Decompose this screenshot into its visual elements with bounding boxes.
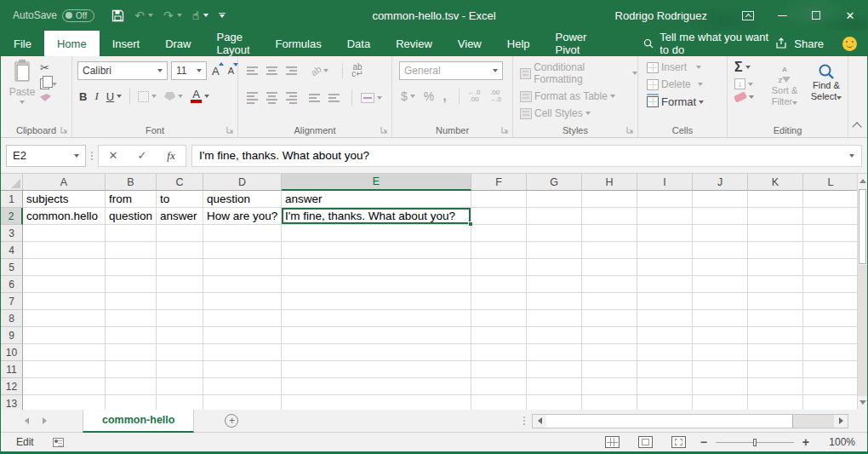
vertical-scrollbar-thumb[interactable] [859,189,866,264]
minimize-button[interactable] [765,0,799,31]
borders-button[interactable] [138,91,157,102]
column-header-G[interactable]: G [527,174,582,191]
redo-icon[interactable]: ↷ [160,4,186,26]
cell-C10[interactable] [157,344,203,361]
scroll-left-icon[interactable] [533,415,546,428]
cell-F11[interactable] [471,361,527,378]
cell-L13[interactable] [803,395,859,410]
cell-H4[interactable] [582,242,637,259]
paste-button[interactable]: Paste [8,61,37,121]
cell-I12[interactable] [637,378,693,395]
cell-L6[interactable] [803,276,859,293]
cell-E10[interactable] [282,344,471,361]
collapse-ribbon-icon[interactable] [852,122,861,131]
cell-B11[interactable] [106,361,157,378]
cell-C2[interactable]: answer [157,208,203,225]
cell-K10[interactable] [748,344,803,361]
cell-H1[interactable] [582,191,637,208]
cell-L9[interactable] [803,327,859,344]
cell-K4[interactable] [748,242,803,259]
tab-file[interactable]: File [1,31,44,56]
cell-J12[interactable] [693,378,748,395]
align-center-icon[interactable] [266,92,277,104]
feedback-smiley-icon[interactable] [842,37,857,51]
vertical-scrollbar[interactable] [857,174,867,410]
cell-D1[interactable]: question [203,191,282,208]
scroll-right-icon[interactable] [834,415,848,428]
cell-L12[interactable] [803,378,859,395]
cell-C9[interactable] [157,327,203,344]
number-format-combo[interactable]: General [399,61,503,80]
middle-align-icon[interactable] [266,66,277,75]
cell-B7[interactable] [106,293,157,310]
cell-E11[interactable] [282,361,471,378]
cell-K2[interactable] [748,208,803,225]
cell-E7[interactable] [282,293,471,310]
cell-J1[interactable] [693,191,748,208]
cell-G2[interactable] [527,208,582,225]
column-header-K[interactable]: K [748,174,803,191]
cell-F5[interactable] [471,259,527,276]
previous-sheet-icon[interactable] [25,417,29,424]
merge-center-button[interactable] [361,93,382,103]
cell-B2[interactable]: question [106,208,157,225]
cell-I5[interactable] [637,259,693,276]
cell-F12[interactable] [471,378,527,395]
cell-H3[interactable] [582,225,637,242]
increase-indent-icon[interactable] [328,94,340,102]
tab-review[interactable]: Review [383,31,445,56]
cell-A3[interactable] [23,225,106,242]
cell-D11[interactable] [203,361,282,378]
cell-F1[interactable] [471,191,527,208]
row-header-6[interactable]: 6 [1,276,23,293]
tab-home[interactable]: Home [44,31,100,56]
autosave-control[interactable]: AutoSave Off [13,9,94,22]
tell-me-box[interactable]: Tell me what you want to do [643,31,775,56]
cell-H13[interactable] [582,395,637,410]
copy-button[interactable] [40,78,57,89]
sort-filter-button[interactable]: AZ Sort & Filter [765,63,804,107]
touch-mouse-mode-icon[interactable]: ☝ [189,4,213,26]
cell-I6[interactable] [637,276,693,293]
cell-C6[interactable] [157,276,203,293]
italic-button[interactable]: I [94,89,98,103]
cell-D13[interactable] [203,395,282,410]
decrease-indent-icon[interactable] [309,94,320,102]
cell-G11[interactable] [527,361,582,378]
zoom-slider-thumb[interactable] [753,439,757,446]
sheetbar-divider[interactable] [523,417,525,425]
format-as-table-button[interactable]: Format as Table [520,90,637,102]
cell-E1[interactable]: answer [282,191,471,208]
cell-F7[interactable] [471,293,527,310]
font-color-button[interactable]: A [191,89,209,103]
cell-B6[interactable] [106,276,157,293]
insert-cells-button[interactable]: Insert [647,61,704,73]
tab-help[interactable]: Help [494,31,543,56]
cell-D5[interactable] [203,259,282,276]
increase-decimal-button[interactable]: ←.0.00 [468,89,481,103]
row-header-12[interactable]: 12 [1,378,23,395]
cell-E12[interactable] [282,378,471,395]
cell-A8[interactable] [23,310,106,327]
styles-dialog-launcher-icon[interactable] [626,126,634,134]
cell-G6[interactable] [527,276,582,293]
cell-I4[interactable] [637,242,693,259]
cell-J8[interactable] [693,310,748,327]
cell-J10[interactable] [693,344,748,361]
cell-C11[interactable] [157,361,203,378]
wrap-text-icon[interactable]: abc↵ [351,64,363,78]
cell-D4[interactable] [203,242,282,259]
cell-F13[interactable] [471,395,527,410]
ribbon-display-options-icon[interactable] [731,0,765,31]
cell-G5[interactable] [527,259,582,276]
column-header-J[interactable]: J [693,174,748,191]
macro-record-icon[interactable] [53,438,64,447]
row-header-8[interactable]: 8 [1,310,23,327]
find-select-button[interactable]: Find & Select [808,63,845,102]
insert-function-icon[interactable]: fx [157,149,186,163]
column-header-I[interactable]: I [637,174,693,191]
cell-H7[interactable] [582,293,637,310]
row-header-4[interactable]: 4 [1,242,23,259]
cell-A9[interactable] [23,327,106,344]
page-layout-view-icon[interactable] [638,436,653,448]
